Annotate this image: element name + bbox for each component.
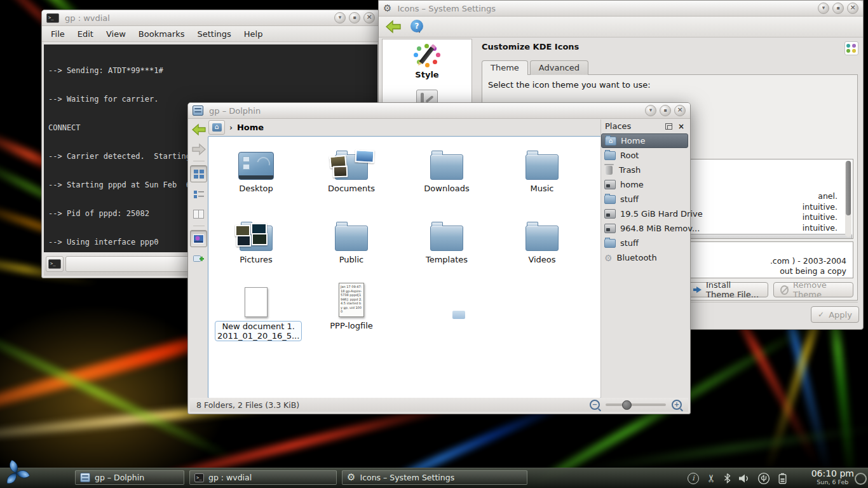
minimize-button[interactable] bbox=[334, 12, 346, 24]
place-root[interactable]: Root bbox=[601, 148, 688, 163]
menu-view[interactable]: View bbox=[106, 29, 126, 39]
back-button[interactable] bbox=[385, 20, 402, 34]
place-home-partition[interactable]: home bbox=[601, 177, 688, 192]
folder-icon bbox=[604, 195, 616, 204]
places-panel: Places Home Root Trash home bbox=[600, 119, 688, 398]
style-icon bbox=[413, 44, 441, 68]
close-button[interactable] bbox=[847, 3, 858, 14]
status-text: 8 Folders, 2 Files (3.3 KiB) bbox=[196, 400, 299, 410]
divider bbox=[193, 161, 205, 161]
place-trash[interactable]: Trash bbox=[601, 163, 688, 177]
close-panel-icon[interactable] bbox=[678, 123, 684, 130]
import-icon bbox=[696, 287, 702, 293]
close-button[interactable] bbox=[363, 12, 375, 24]
task-konsole[interactable]: gp : wvdial bbox=[189, 470, 337, 485]
detach-panel-icon[interactable] bbox=[665, 123, 672, 130]
task-dolphin[interactable]: gp – Dolphin bbox=[75, 470, 184, 485]
menu-edit[interactable]: Edit bbox=[78, 29, 93, 39]
drag-ghost-icon bbox=[452, 311, 465, 319]
menu-settings[interactable]: Settings bbox=[197, 29, 231, 39]
file-item-templates[interactable]: Templates bbox=[405, 214, 488, 264]
task-label: gp : wvdial bbox=[208, 473, 252, 482]
icons-view-button[interactable] bbox=[190, 165, 207, 182]
apply-button[interactable]: Apply bbox=[811, 306, 859, 323]
divider bbox=[193, 226, 205, 226]
konsole-titlebar[interactable]: gp : wvdial bbox=[42, 10, 379, 26]
menu-file[interactable]: File bbox=[51, 29, 65, 39]
system-settings-titlebar[interactable]: Icons – System Settings bbox=[379, 1, 863, 17]
tab-theme[interactable]: Theme bbox=[482, 60, 528, 75]
zoom-slider-handle[interactable] bbox=[622, 400, 632, 410]
sidebar-item-style[interactable]: Style bbox=[383, 39, 471, 79]
split-view-button[interactable] bbox=[191, 251, 207, 267]
panel-cashew-icon[interactable] bbox=[855, 473, 867, 485]
bluetooth-icon[interactable] bbox=[724, 473, 731, 484]
zoom-out-icon[interactable] bbox=[590, 400, 600, 410]
window-dolphin: gp – Dolphin Home bbox=[187, 102, 691, 414]
details-view-button[interactable] bbox=[191, 186, 207, 202]
file-label: Pictures bbox=[215, 255, 297, 264]
breadcrumb-label[interactable]: Home bbox=[237, 123, 264, 132]
app-launcher-button[interactable] bbox=[1, 458, 31, 488]
menu-bookmarks[interactable]: Bookmarks bbox=[139, 29, 185, 39]
zoom-in-icon[interactable] bbox=[672, 400, 682, 410]
tab-advanced[interactable]: Advanced bbox=[530, 60, 588, 75]
breadcrumb-home-button[interactable] bbox=[208, 120, 225, 135]
task-system-settings[interactable]: Icons – System Settings bbox=[342, 470, 527, 485]
konsole-window-title: gp : wvdial bbox=[59, 13, 334, 23]
file-label: Downloads bbox=[405, 184, 488, 193]
dolphin-titlebar[interactable]: gp – Dolphin bbox=[188, 103, 690, 119]
place-stuff-2[interactable]: stuff bbox=[601, 236, 688, 250]
file-item-music[interactable]: Music bbox=[501, 143, 583, 193]
place-stuff[interactable]: stuff bbox=[601, 192, 688, 207]
file-item-desktop[interactable]: Desktop bbox=[215, 143, 297, 193]
scrollbar[interactable] bbox=[845, 161, 851, 237]
place-bluetooth[interactable]: Bluetooth bbox=[601, 250, 688, 265]
trash-icon bbox=[606, 166, 613, 175]
folder-icon bbox=[604, 151, 616, 160]
menu-help[interactable]: Help bbox=[244, 29, 263, 39]
minimize-button[interactable] bbox=[818, 3, 829, 14]
maximize-button[interactable] bbox=[660, 105, 671, 116]
device-notifier-icon[interactable] bbox=[757, 472, 770, 485]
forward-button[interactable] bbox=[191, 141, 207, 157]
place-label: Home bbox=[621, 136, 645, 146]
close-button[interactable] bbox=[674, 105, 686, 116]
battery-icon[interactable] bbox=[778, 473, 787, 484]
home-icon bbox=[605, 137, 616, 146]
file-item-pictures[interactable]: Pictures bbox=[215, 214, 297, 264]
file-item-downloads[interactable]: Downloads bbox=[405, 143, 488, 193]
minimize-button[interactable] bbox=[645, 105, 656, 116]
volume-icon[interactable] bbox=[739, 474, 749, 483]
drive-icon bbox=[604, 209, 616, 219]
info-icon[interactable] bbox=[688, 473, 699, 484]
place-home[interactable]: Home bbox=[601, 133, 688, 148]
folder-icon bbox=[240, 226, 273, 251]
digital-clock[interactable]: 06:10 pm Sun, 6 Feb bbox=[811, 469, 854, 487]
columns-view-button[interactable] bbox=[191, 206, 207, 222]
file-item-new-document[interactable]: New document 1. 2011_01_20_16_5... bbox=[215, 278, 297, 341]
klipper-scissors-icon[interactable] bbox=[705, 474, 717, 482]
maximize-button[interactable] bbox=[832, 3, 844, 14]
folder-icon bbox=[335, 226, 368, 251]
preview-button[interactable] bbox=[190, 230, 207, 247]
new-tab-button[interactable] bbox=[46, 256, 64, 272]
file-item-public[interactable]: Public bbox=[310, 214, 393, 264]
place-label: 19.5 GiB Hard Drive bbox=[620, 209, 703, 219]
help-button[interactable] bbox=[410, 20, 421, 34]
scrollbar-thumb[interactable] bbox=[846, 161, 851, 215]
remove-theme-button[interactable]: Remove Theme bbox=[773, 282, 853, 297]
maximize-button[interactable] bbox=[349, 12, 360, 24]
install-theme-button[interactable]: Install Theme File... bbox=[684, 282, 768, 297]
back-button[interactable] bbox=[191, 121, 207, 137]
file-item-ppp-logfile[interactable]: Jan 17 09:47:18 gp-Aspire-5738 pppd[1946… bbox=[310, 278, 393, 330]
file-item-documents[interactable]: Documents bbox=[310, 143, 393, 193]
dolphin-icon bbox=[80, 473, 90, 482]
place-label: home bbox=[620, 180, 644, 189]
zoom-slider[interactable] bbox=[606, 403, 666, 406]
dolphin-file-view[interactable]: Desktop Documents Downloads Music Pictur… bbox=[208, 136, 601, 398]
file-item-videos[interactable]: Videos bbox=[501, 214, 583, 264]
place-removable[interactable]: 964.8 MiB Remov... bbox=[601, 221, 688, 236]
place-hard-drive[interactable]: 19.5 GiB Hard Drive bbox=[601, 207, 688, 221]
file-label: PPP-logfile bbox=[310, 321, 393, 330]
